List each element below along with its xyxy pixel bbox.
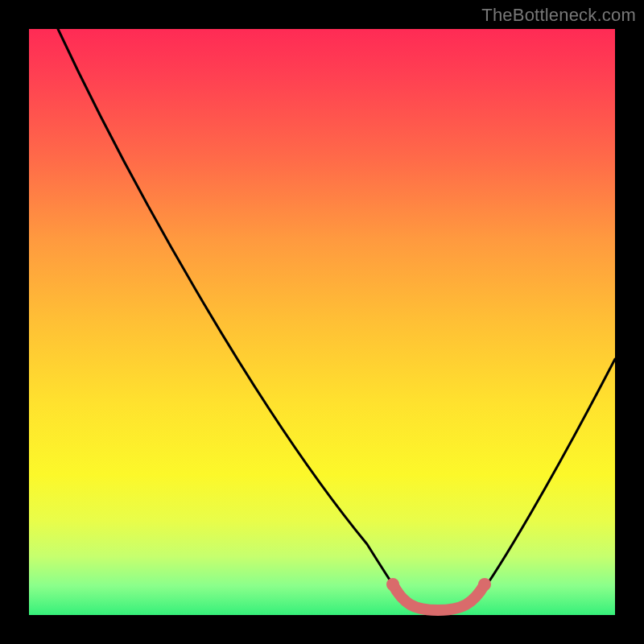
chart-svg	[29, 29, 615, 615]
watermark-text: TheBottleneck.com	[481, 5, 636, 26]
highlight-end-dot	[478, 578, 491, 591]
app-frame: TheBottleneck.com	[0, 0, 644, 644]
highlight-start-dot	[386, 578, 399, 591]
bottleneck-curve-path	[58, 29, 615, 613]
highlight-band-path	[393, 584, 485, 610]
plot-area	[29, 29, 615, 615]
